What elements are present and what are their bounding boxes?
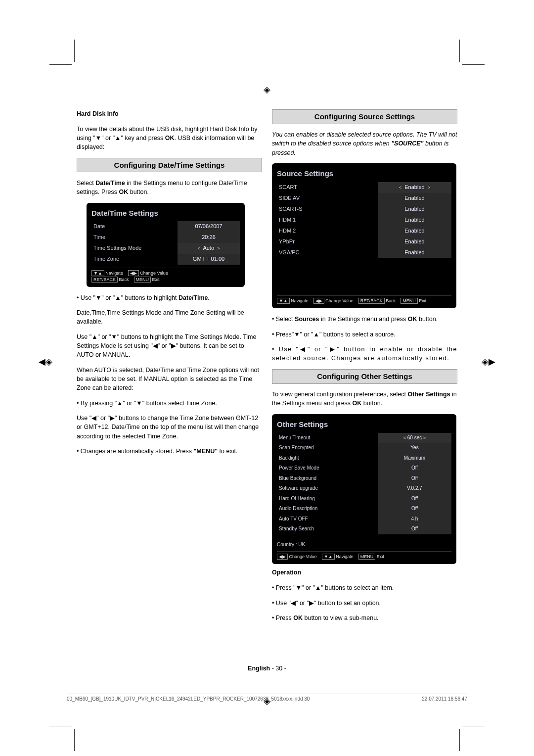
row-value: Enabled: [378, 236, 451, 247]
row-label: SCART: [277, 182, 378, 193]
right-column: Configuring Source Settings You can enab…: [272, 106, 457, 665]
text: Select: [77, 180, 95, 187]
row-value: Off: [378, 494, 451, 504]
row-value: Off: [378, 463, 451, 473]
table-row: Hard Of HearingOff: [277, 494, 451, 504]
row-value: Enabled: [378, 247, 451, 258]
paragraph: Date,Time,Time Settings Mode and Time Zo…: [77, 308, 262, 326]
nav-icon: ◀▶: [277, 554, 288, 560]
row-label: Menu Timeout: [277, 433, 378, 443]
crop-mark: [74, 40, 75, 62]
table-row: VGA/PCEnabled: [277, 247, 451, 258]
table-row: Audio DescriptionOff: [277, 504, 451, 514]
paragraph: Use "◀" or "▶" buttons to change the Tim…: [77, 414, 262, 440]
registration-mark-left: ◀◈: [39, 356, 52, 367]
row-label: Power Save Mode: [277, 463, 378, 473]
nav-icon: ▼▲: [277, 298, 290, 304]
menu-label: Exit: [375, 554, 384, 559]
crop-mark: [462, 64, 485, 65]
table-row: Blue BackgroundOff: [277, 473, 451, 484]
nav-icon: ▼▲: [322, 554, 335, 560]
row-value: Enabled: [378, 193, 451, 204]
other-intro: To view general configuration preference…: [272, 390, 457, 408]
ok-label: OK: [165, 135, 175, 142]
row-value: GMT + 01:00: [178, 254, 240, 265]
datetime-section-heading: Configuring Date/Time Settings: [77, 158, 262, 173]
table-row: Date07/06/2007: [91, 221, 240, 232]
footer-language: English: [248, 665, 270, 672]
content-area: Hard Disk Info To view the details about…: [77, 106, 457, 665]
source-table: SCART< Enabled > SIDE AVEnabled SCART-SE…: [277, 182, 451, 258]
text-bold: OK: [293, 614, 303, 621]
row-value: Enabled: [378, 204, 451, 215]
menu-box: MENU: [400, 298, 418, 304]
table-row: Software upgradeV.0.2.7: [277, 483, 451, 494]
table-row: HDMI2Enabled: [277, 226, 451, 236]
row-label: Standby Search: [277, 524, 378, 534]
row-label: SIDE AV: [277, 193, 378, 204]
registration-mark-right: ◈▶: [482, 356, 495, 367]
country-label: Country : UK: [277, 541, 451, 549]
table-row: SIDE AVEnabled: [277, 193, 451, 204]
menu-box: MENU: [134, 277, 151, 283]
left-column: Hard Disk Info To view the details about…: [77, 106, 262, 665]
nav-label: Change Value: [139, 271, 168, 276]
back-box: RET/BACK: [91, 277, 118, 283]
row-label: SCART-S: [277, 204, 378, 215]
back-label: Back: [118, 277, 129, 282]
row-value: V.0.2.7: [378, 483, 451, 494]
imprint-date: 22.07.2011 16:56:47: [422, 696, 467, 702]
table-row: Standby SearchOff: [277, 524, 451, 534]
row-value-selected: < Enabled >: [378, 182, 451, 193]
row-value: Enabled: [378, 215, 451, 226]
text-bold: "SOURCE": [391, 140, 423, 147]
row-value: 4 h: [378, 514, 451, 524]
table-row: HDMI1Enabled: [277, 215, 451, 226]
bullet: • Press "▼" or "▲" buttons to select an …: [272, 583, 457, 592]
row-value: Off: [378, 524, 451, 534]
other-osd: Other Settings Menu Timeout< 60 sec > Sc…: [272, 414, 456, 564]
row-label: Software upgrade: [277, 483, 378, 494]
row-value: Off: [378, 504, 451, 514]
page-footer: English - 30 -: [0, 665, 534, 672]
bullet: • Select Sources in the Settings menu an…: [272, 315, 457, 324]
text-bold: OK: [119, 189, 128, 195]
crop-mark: [459, 729, 460, 751]
datetime-intro: Select Date/Time in the Settings menu to…: [77, 179, 262, 196]
osd-footbar: RET/BACK Back MENU Exit: [91, 277, 240, 283]
table-row: YPbPrEnabled: [277, 236, 451, 247]
hard-disk-heading: Hard Disk Info: [77, 109, 262, 118]
row-label: VGA/PC: [277, 247, 378, 258]
row-value-selected: < 60 sec >: [378, 433, 451, 443]
row-value: Maximum: [378, 453, 451, 464]
row-label: Time Settings Mode: [91, 243, 178, 254]
row-label: Auto TV OFF: [277, 514, 378, 524]
osd-footbar: ◀▶ Change Value ▼▲ Navigate MENU Exit: [277, 551, 451, 560]
text-bold: OK: [408, 316, 417, 323]
operation-heading: Operation: [272, 568, 457, 577]
paragraph: When AUTO is selected, Date/Time and Tim…: [77, 366, 262, 392]
table-row: SCART< Enabled >: [277, 182, 451, 193]
source-osd: Source Settings SCART< Enabled > SIDE AV…: [272, 163, 456, 308]
row-label: HDMI1: [277, 215, 378, 226]
table-row: Auto TV OFF4 h: [277, 514, 451, 524]
osd-footbar: ▼▲ Navigate ◀▶ Change Value: [91, 268, 240, 277]
footer-pagenum: - 30 -: [270, 665, 286, 672]
table-row: Time20:26: [91, 232, 240, 243]
text-bold: Date/Time.: [178, 294, 210, 301]
bullet: • By pressing "▲" or "▼" buttons select …: [77, 399, 262, 408]
row-label: Time Zone: [91, 254, 178, 265]
text-bold: Other Settings: [407, 391, 450, 398]
text-bold: Sources: [295, 316, 319, 323]
row-label: YPbPr: [277, 236, 378, 247]
row-value: 07/06/2007: [178, 221, 240, 232]
nav-icon: ◀▶: [313, 298, 324, 304]
row-label: Hard Of Hearing: [277, 494, 378, 504]
row-label: Date: [91, 221, 178, 232]
bullet: • Use "◀" or "▶" button to enable or dis…: [272, 345, 457, 363]
bullet: • Use "◀" or "▶" button to set an option…: [272, 599, 457, 608]
datetime-osd: Date/Time Settings Date07/06/2007 Time20…: [87, 203, 245, 287]
page-root: ◈ ◀◈ ◈▶ ◈ Hard Disk Info To view the det…: [0, 0, 534, 756]
osd-title: Other Settings: [277, 419, 451, 430]
crop-mark: [462, 726, 485, 726]
